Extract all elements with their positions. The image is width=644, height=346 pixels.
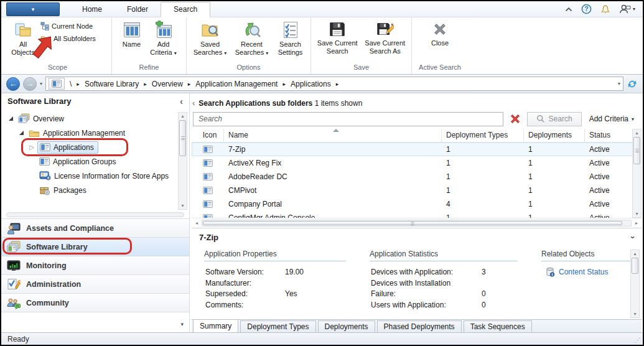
navigation-tree: Overview Application Management ▷ Applic… [1, 109, 189, 211]
expander-expanded-icon[interactable] [17, 130, 26, 136]
refresh-icon[interactable] [627, 78, 638, 90]
name-button[interactable]: Name [118, 19, 146, 50]
tab-task-sequences[interactable]: Task Sequences [464, 320, 532, 332]
table-row[interactable]: Company Portal 4 1 Active [192, 197, 642, 211]
table-row[interactable]: ConfigMgr Admin Console 1 1 Active [192, 211, 642, 218]
save-current-search-as-button[interactable]: Save Current Search As [362, 19, 409, 57]
breadcrumb-item-application-management[interactable]: Application Management [194, 80, 279, 88]
configure-buttons-caret[interactable]: ▾ [180, 321, 184, 327]
breadcrumb-root[interactable]: \ [68, 80, 73, 88]
add-criteria-dropdown[interactable]: Add Criteria ▾ [586, 115, 638, 123]
application-menu-button[interactable]: ▾ [6, 2, 60, 16]
ribbon-group-active-search: Close Active Search [412, 17, 468, 74]
back-button[interactable]: ← [6, 77, 20, 91]
save-current-search-button[interactable]: Save Current Search [314, 19, 361, 57]
scroll-down-icon[interactable]: ▾ [633, 311, 636, 317]
help-icon[interactable] [581, 4, 592, 14]
table-row[interactable]: CMPivot 1 1 Active [192, 184, 642, 197]
close-search-button[interactable]: Close [424, 19, 456, 49]
feedback-menu[interactable]: ▾ [619, 4, 635, 14]
history-dropdown-caret[interactable]: ▾ [40, 81, 42, 86]
tab-deployment-types[interactable]: Deployment Types [240, 320, 315, 332]
table-row[interactable]: ActiveX Reg Fix 1 1 Active [192, 156, 642, 170]
tab-home[interactable]: Home [70, 2, 114, 17]
scroll-down-icon[interactable]: ▾ [181, 203, 184, 208]
nav-software-library[interactable]: Software Library [1, 237, 189, 256]
collapse-detail-chevron-icon[interactable]: › [628, 236, 637, 238]
add-criteria-button[interactable]: Add Criteria ▾ [147, 19, 180, 58]
scroll-down-icon[interactable]: ▾ [635, 211, 638, 217]
search-input[interactable] [193, 112, 503, 126]
breadcrumb-dropdown-caret[interactable]: ▾ [618, 81, 620, 86]
tree-item-applications[interactable]: ▷ Applications [1, 140, 189, 154]
table-row[interactable]: AdobeReader DC 1 1 Active [192, 170, 642, 184]
search-button[interactable]: Search [527, 112, 582, 126]
list-horizontal-scrollbar[interactable]: ◂ ||| ▸ [192, 218, 642, 227]
content-status-link[interactable]: Content Status [541, 267, 634, 277]
saved-searches-icon [201, 21, 220, 39]
administration-icon [7, 278, 21, 291]
ribbon-group-refine: Name Add Criteria ▾ Refine [112, 17, 187, 74]
recent-searches-button[interactable]: Recent Searches ▾ [231, 19, 273, 58]
tab-phased-deployments[interactable]: Phased Deployments [377, 320, 462, 332]
tab-summary[interactable]: Summary [193, 319, 238, 332]
column-header-status[interactable]: Status [585, 129, 630, 142]
notifications-bell-icon[interactable] [600, 4, 610, 14]
tab-folder[interactable]: Folder [114, 2, 161, 17]
status-text: Ready [7, 335, 29, 344]
scrollbar-thumb[interactable]: ||| [203, 221, 622, 225]
monitoring-icon [7, 260, 21, 272]
tab-deployments[interactable]: Deployments [318, 320, 375, 332]
collapse-results-icon[interactable]: ‹ [192, 98, 195, 108]
tree-item-license-information[interactable]: License Information for Store Apps [1, 169, 189, 183]
tree-item-overview[interactable]: Overview [1, 111, 189, 126]
nav-community[interactable]: Community [1, 293, 189, 312]
search-settings-button[interactable]: Search Settings [274, 19, 307, 58]
collapse-ribbon-icon[interactable] [565, 7, 572, 12]
column-header-deployments[interactable]: Deployments [524, 129, 585, 142]
close-x-icon [431, 21, 449, 38]
all-subfolders-button[interactable]: All Subfolders [40, 34, 96, 43]
scroll-up-icon[interactable]: ▴ [635, 130, 638, 136]
application-statistics-section: Application Statistics Devices with Appl… [370, 250, 518, 311]
column-header-icon[interactable]: Icon [192, 129, 224, 142]
dropdown-caret-icon: ▾ [633, 6, 635, 12]
collapse-sidebar-icon[interactable]: ‹ [180, 97, 183, 106]
current-node-button[interactable]: Current Node [40, 22, 96, 30]
nav-assets-and-compliance[interactable]: Assets and Compliance [1, 218, 189, 237]
detail-scrollbar[interactable]: ▴ ▾ [630, 250, 640, 318]
all-objects-button[interactable]: All Objects [7, 19, 39, 58]
scrollbar-thumb[interactable]: ☰ [633, 137, 640, 164]
scrollbar-thumb[interactable] [632, 258, 638, 274]
column-header-name[interactable]: Name [224, 129, 442, 142]
node-icon-button[interactable] [49, 78, 65, 90]
tree-item-application-management[interactable]: Application Management [1, 126, 189, 140]
nav-administration[interactable]: Administration [1, 274, 189, 293]
scrollbar-thumb[interactable]: ☰ [179, 120, 186, 156]
app-icon [203, 146, 213, 153]
clear-search-button[interactable] [507, 112, 523, 126]
saved-searches-button[interactable]: Saved Searches ▾ [190, 19, 230, 58]
resize-grip[interactable]: ⋰ [635, 337, 641, 344]
tab-search[interactable]: Search [161, 2, 210, 17]
column-header-deployment-types[interactable]: Deployment Types [442, 129, 524, 142]
nav-monitoring[interactable]: Monitoring [1, 256, 189, 274]
scroll-left-icon[interactable]: ◂ [193, 220, 200, 226]
expander-expanded-icon[interactable] [6, 116, 15, 122]
tree-scrollbar[interactable]: ▴ ☰ ▾ [178, 112, 187, 210]
scroll-right-icon[interactable]: ▸ [633, 220, 640, 226]
breadcrumb-separator-icon: ▸ [336, 81, 339, 87]
forward-button[interactable]: → [23, 77, 37, 91]
breadcrumb-item-overview[interactable]: Overview [151, 80, 184, 88]
expander-collapsed-icon[interactable]: ▷ [27, 144, 36, 151]
tree-horizontal-scrollbar[interactable] [6, 212, 184, 217]
scroll-up-icon[interactable]: ▴ [633, 251, 636, 256]
breadcrumb-item-applications[interactable]: Applications [289, 80, 332, 88]
folder-icon [29, 128, 40, 138]
tree-item-packages[interactable]: Packages [1, 183, 189, 197]
breadcrumb-item-software-library[interactable]: Software Library [83, 80, 140, 88]
scroll-up-icon[interactable]: ▴ [181, 113, 184, 119]
list-scrollbar[interactable]: ▴ ☰ ▾ [632, 129, 642, 218]
tree-item-application-groups[interactable]: Application Groups [1, 154, 189, 169]
table-row[interactable]: 7-Zip 1 1 Active [192, 143, 642, 156]
